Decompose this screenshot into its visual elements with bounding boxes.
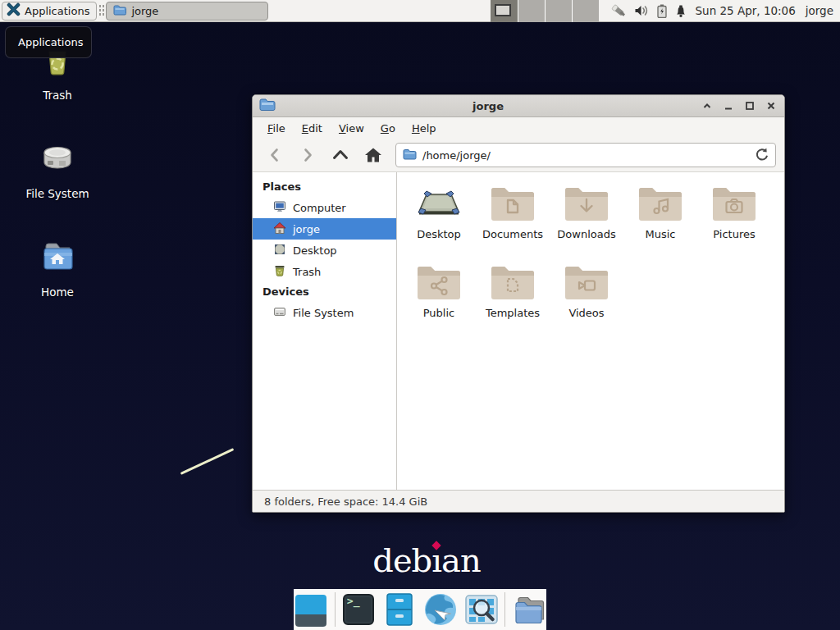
documents-folder-icon [489, 184, 536, 226]
taskbar-window-label: jorge [131, 5, 158, 17]
up-button[interactable] [330, 144, 351, 166]
path-input[interactable]: /home/jorge/ [422, 149, 748, 162]
sidebar-item-computer[interactable]: Computer [253, 197, 396, 218]
folder-label: Documents [482, 228, 543, 240]
folder-label: Videos [568, 307, 604, 319]
volume-tray-icon[interactable] [634, 4, 650, 17]
workspace-3[interactable] [545, 0, 572, 22]
location-bar[interactable]: /home/jorge/ [395, 143, 776, 167]
downloads-folder-icon [563, 184, 610, 226]
folder-item-videos[interactable]: Videos [550, 262, 623, 341]
debian-logo-i: ı [431, 541, 441, 579]
reload-icon[interactable] [754, 147, 769, 164]
tooltip-text: Applications [18, 36, 83, 48]
file-manager-button[interactable] [511, 591, 546, 628]
applications-menu-button[interactable]: Applications [2, 2, 97, 21]
folder-item-public[interactable]: Public [402, 262, 476, 341]
panel-clock[interactable]: Sun 25 Apr, 10:06 [696, 4, 796, 17]
sidebar-item-trash[interactable]: Trash [253, 261, 396, 282]
folder-item-desktop[interactable]: Desktop [402, 184, 476, 262]
panel-username[interactable]: jorge [806, 4, 833, 17]
sidebar-item-label: jorge [293, 223, 320, 235]
show-desktop-button[interactable] [294, 591, 329, 628]
folder-label: Pictures [713, 228, 755, 240]
toolbar: /home/jorge/ [253, 139, 784, 172]
desktop-special-icon [415, 184, 463, 226]
debian-logo-text: an [441, 541, 481, 579]
menu-file[interactable]: File [259, 120, 294, 137]
notifications-tray-icon[interactable] [674, 4, 687, 18]
window-title: jorge [276, 100, 701, 112]
system-tray [610, 3, 687, 18]
menu-view[interactable]: View [331, 120, 372, 137]
workspace-4[interactable] [572, 0, 599, 22]
sidebar-item-label: Computer [293, 202, 346, 214]
dock-separator [335, 592, 336, 627]
videos-folder-icon [563, 262, 610, 304]
taskbar-window-button[interactable]: jorge [106, 2, 268, 21]
menu-go[interactable]: Go [372, 120, 404, 137]
panel-handle[interactable] [98, 4, 104, 17]
battery-tray-icon[interactable] [657, 4, 667, 18]
applications-tooltip: Applications [5, 26, 92, 58]
folder-label: Templates [486, 307, 540, 319]
computer-icon [273, 200, 286, 216]
status-bar: 8 folders, Free space: 14.4 GiB [253, 490, 784, 512]
folder-item-documents[interactable]: Documents [476, 184, 550, 262]
sidebar-item-jorge[interactable]: jorge [253, 218, 396, 240]
folder-item-downloads[interactable]: Downloads [550, 184, 623, 262]
minimize-button[interactable] [722, 99, 735, 112]
window-content: Places Computer jorge Desktop [253, 172, 784, 490]
desktop-icon-file-system[interactable]: File System [18, 139, 97, 200]
status-text: 8 folders, Free space: 14.4 GiB [264, 495, 427, 508]
folder-view[interactable]: Desktop Documents [397, 172, 784, 490]
desktop-icon-home[interactable]: Home [18, 238, 97, 299]
trash-icon [273, 264, 286, 280]
shade-button[interactable] [701, 99, 714, 112]
bottom-dock: >_ [294, 589, 546, 630]
templates-folder-icon [489, 262, 536, 304]
sidebar-item-file-system[interactable]: File System [253, 302, 396, 323]
top-panel: Applications jorge Sun 25 Apr, 10:06 jor… [0, 0, 840, 22]
back-button[interactable] [264, 144, 285, 166]
devices-header: Devices [253, 282, 396, 302]
menu-help[interactable]: Help [404, 120, 445, 137]
desktop-icon-label: File System [25, 187, 89, 200]
desktop-icon [273, 243, 286, 258]
home-folder-icon [38, 238, 77, 280]
window-titlebar[interactable]: jorge [253, 95, 784, 117]
sidebar-item-desktop[interactable]: Desktop [253, 240, 396, 261]
app-finder-button[interactable] [463, 591, 499, 628]
web-browser-button[interactable] [423, 591, 459, 628]
music-folder-icon [637, 184, 684, 226]
folder-item-pictures[interactable]: Pictures [697, 184, 771, 262]
sidebar-item-label: Trash [293, 266, 321, 278]
dock-separator [504, 592, 505, 627]
terminal-button[interactable]: >_ [341, 591, 377, 628]
folder-icon [403, 148, 417, 162]
folder-label: Downloads [557, 228, 615, 240]
wallpaper-line-decoration [180, 448, 235, 475]
workspace-switcher[interactable] [491, 0, 599, 22]
menu-edit[interactable]: Edit [294, 120, 331, 137]
window-icon [259, 98, 276, 114]
drive-icon [273, 305, 286, 321]
pictures-folder-icon [710, 184, 758, 226]
folder-icon [113, 4, 126, 18]
folder-item-templates[interactable]: Templates [476, 262, 550, 341]
desktop-icon-label: Home [41, 285, 74, 299]
folder-item-music[interactable]: Music [623, 184, 697, 262]
maximize-button[interactable] [743, 99, 756, 112]
workspace-2[interactable] [518, 0, 545, 22]
folder-label: Desktop [417, 228, 461, 240]
places-header: Places [253, 177, 396, 197]
stylus-tray-icon[interactable] [610, 3, 627, 18]
workspace-1[interactable] [491, 0, 518, 22]
file-cabinet-button[interactable] [382, 591, 418, 628]
applications-label: Applications [25, 5, 89, 17]
forward-button[interactable] [297, 144, 318, 166]
close-button[interactable] [765, 99, 778, 112]
public-folder-icon [415, 262, 463, 304]
home-button[interactable] [363, 144, 384, 166]
sidebar: Places Computer jorge Desktop [253, 172, 397, 490]
